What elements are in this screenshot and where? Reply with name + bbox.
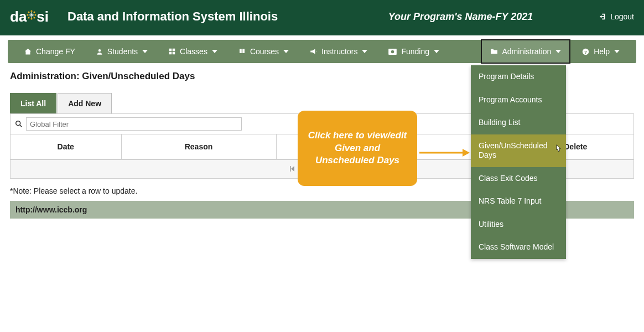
svg-point-7 [34, 17, 35, 18]
nav-students[interactable]: Students [87, 40, 157, 63]
grid-icon [169, 48, 175, 55]
menu-program-details[interactable]: Program Details [471, 65, 566, 89]
menu-class-exit-codes[interactable]: Class Exit Codes [471, 167, 566, 190]
paginator-first[interactable] [287, 163, 298, 174]
svg-point-3 [35, 14, 37, 15]
callout-text: Click here to view/edit Given and Unsche… [305, 129, 409, 168]
svg-point-0 [31, 10, 33, 12]
nav-administration-label: Administration [502, 47, 552, 56]
help-icon: ? [582, 48, 589, 55]
svg-point-2 [27, 14, 29, 15]
logout-link[interactable]: Logout [599, 12, 634, 21]
tab-list-all[interactable]: List All [10, 93, 56, 113]
global-filter-input[interactable] [26, 117, 242, 131]
nav-students-label: Students [107, 47, 138, 56]
menu-given-unscheduled-days-label: Given/UnScheduled Days [479, 141, 548, 160]
nav-courses[interactable]: Courses [230, 40, 298, 63]
caret-down-icon [142, 50, 148, 53]
money-icon [388, 49, 397, 55]
program-name: Your Program's Name-FY 2021 [388, 11, 533, 23]
nav-help[interactable]: ? Help [573, 40, 629, 63]
logout-label: Logout [610, 12, 634, 21]
caret-down-icon [434, 50, 439, 53]
caret-down-icon [555, 50, 561, 53]
svg-point-1 [31, 18, 33, 19]
nav-classes-label: Classes [180, 47, 207, 56]
svg-point-5 [34, 11, 35, 13]
search-icon [15, 120, 23, 128]
svg-point-6 [28, 17, 30, 18]
svg-line-17 [20, 125, 22, 127]
caret-down-icon [283, 50, 289, 53]
administration-dropdown: Program Details Program Accounts Buildin… [471, 65, 566, 219]
svg-point-16 [16, 121, 20, 126]
main-nav: Change FY Students Classes Courses Instr… [8, 40, 636, 63]
home-icon [24, 48, 32, 55]
menu-given-unscheduled-days[interactable]: Given/UnScheduled Days [471, 134, 566, 167]
folder-icon [490, 48, 498, 55]
logo-wrap: dasi Data and Information System Illinoi… [10, 6, 278, 28]
caret-down-icon [362, 50, 367, 53]
user-icon [96, 48, 103, 55]
logo: dasi [10, 6, 60, 28]
col-reason[interactable]: Reason [121, 134, 276, 159]
menu-utilities[interactable]: Utilities [471, 213, 566, 219]
logo-text-part-2: si [37, 8, 49, 25]
logout-icon [599, 13, 607, 20]
nav-instructors[interactable]: Instructors [301, 40, 376, 63]
caret-down-icon [614, 50, 620, 53]
logo-text-part-1: da [10, 8, 27, 25]
callout-arrow-icon [419, 148, 470, 159]
tab-add-new[interactable]: Add New [58, 93, 112, 113]
top-bar: dasi Data and Information System Illinoi… [0, 0, 644, 35]
nav-funding[interactable]: Funding [380, 40, 448, 63]
nav-courses-label: Courses [250, 47, 279, 56]
svg-point-4 [28, 11, 30, 13]
nav-funding-label: Funding [401, 47, 429, 56]
menu-program-accounts[interactable]: Program Accounts [471, 89, 566, 112]
menu-building-list[interactable]: Building List [471, 111, 566, 134]
col-date[interactable]: Date [11, 134, 121, 159]
nav-classes[interactable]: Classes [160, 40, 226, 63]
svg-point-13 [391, 50, 394, 53]
nav-change-fy[interactable]: Change FY [15, 40, 84, 63]
nav-instructors-label: Instructors [321, 47, 357, 56]
book-icon [238, 48, 246, 55]
bullhorn-icon [310, 48, 317, 55]
nav-help-label: Help [594, 47, 610, 56]
pointer-cursor-icon [554, 144, 563, 157]
app-title: Data and Information System Illinois [67, 9, 278, 24]
nav-change-fy-label: Change FY [36, 47, 75, 56]
callout-box: Click here to view/edit Given and Unsche… [298, 111, 417, 186]
svg-text:?: ? [584, 49, 587, 54]
caret-down-icon [212, 50, 217, 53]
logo-flower-icon [26, 7, 37, 22]
menu-nrs-table-7-input[interactable]: NRS Table 7 Input [471, 190, 566, 213]
nav-administration[interactable]: Administration [481, 40, 570, 63]
